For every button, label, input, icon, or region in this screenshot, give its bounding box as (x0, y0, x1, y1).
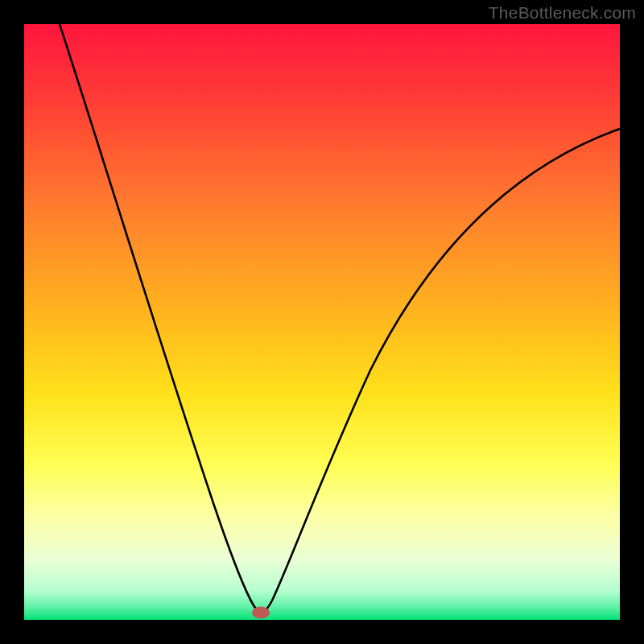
chart-svg (24, 24, 620, 620)
gradient-background (24, 24, 620, 620)
watermark-text: TheBottleneck.com (489, 3, 636, 23)
minimum-marker (252, 607, 270, 619)
plot-area (24, 24, 620, 620)
chart-frame: TheBottleneck.com (0, 0, 644, 644)
